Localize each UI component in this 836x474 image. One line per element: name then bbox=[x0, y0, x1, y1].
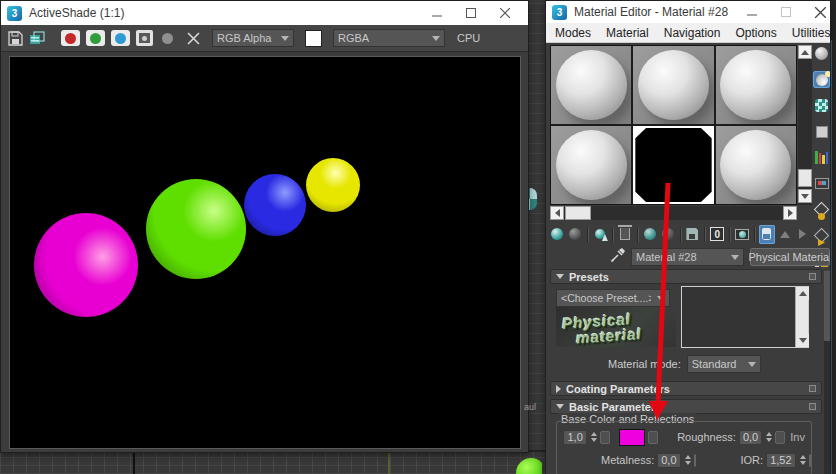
metalness-map-button[interactable] bbox=[694, 454, 696, 467]
roughness-invert-button[interactable]: Inv bbox=[788, 431, 807, 443]
rollout-coating-parameters[interactable]: Coating Parameters bbox=[550, 381, 822, 396]
pick-material-icon[interactable] bbox=[610, 247, 625, 267]
assign-material-to-selection-icon[interactable] bbox=[592, 225, 608, 244]
scroll-up-icon[interactable] bbox=[798, 45, 812, 59]
ior-map-button[interactable] bbox=[809, 454, 811, 467]
make-unique-icon[interactable] bbox=[660, 225, 676, 244]
clone-icon[interactable] bbox=[29, 31, 45, 45]
select-by-material-icon[interactable] bbox=[813, 227, 830, 244]
viewport-label-fragment: aul bbox=[524, 402, 536, 412]
blue-channel-icon[interactable] bbox=[111, 30, 130, 46]
scene-sphere-partial bbox=[508, 452, 542, 474]
green-channel-icon[interactable] bbox=[86, 30, 105, 46]
scroll-left-icon[interactable] bbox=[550, 206, 564, 220]
base-weight-field[interactable]: 1,0 bbox=[563, 430, 587, 445]
rollout-presets[interactable]: Presets bbox=[550, 269, 822, 284]
material-mode-dropdown[interactable]: Standard bbox=[687, 355, 761, 373]
make-preview-icon[interactable] bbox=[813, 175, 830, 192]
sample-slot[interactable] bbox=[716, 46, 796, 124]
go-to-parent-icon[interactable] bbox=[777, 225, 793, 244]
alpha-channel-icon[interactable] bbox=[136, 30, 153, 46]
spinner-arrows[interactable] bbox=[685, 455, 691, 465]
scroll-down-icon[interactable] bbox=[796, 334, 809, 347]
spinner-arrows[interactable] bbox=[800, 455, 806, 465]
pin-icon[interactable] bbox=[809, 403, 816, 410]
close-icon[interactable] bbox=[488, 2, 522, 24]
pin-icon[interactable] bbox=[809, 273, 816, 280]
sample-slot-selected[interactable] bbox=[633, 126, 713, 204]
spinner-arrows[interactable] bbox=[766, 432, 772, 442]
make-material-copy-icon[interactable] bbox=[642, 225, 658, 244]
base-color-swatch[interactable] bbox=[619, 429, 645, 446]
rollout-closed-icon bbox=[556, 385, 561, 393]
activeshade-window: 3 ActiveShade (1:1) bbox=[0, 0, 529, 453]
material-id-channel-icon[interactable]: 0 bbox=[709, 225, 725, 244]
show-shaded-material-icon[interactable] bbox=[734, 225, 750, 244]
background-icon[interactable] bbox=[813, 97, 830, 114]
render-viewport bbox=[9, 56, 521, 449]
display-mode-dropdown[interactable]: RGBA bbox=[333, 29, 445, 47]
activeshade-titlebar[interactable]: 3 ActiveShade (1:1) bbox=[1, 1, 528, 25]
rollout-basic-parameters[interactable]: Basic Parameters bbox=[550, 399, 822, 414]
material-name-dropdown[interactable]: Material #28 bbox=[631, 248, 744, 266]
preset-list-scrollbar[interactable] bbox=[795, 287, 808, 347]
material-editor-menubar: Modes Material Navigation Options Utilit… bbox=[546, 23, 830, 43]
sample-slot[interactable] bbox=[551, 126, 631, 204]
sample-slot[interactable] bbox=[551, 46, 631, 124]
scroll-up-icon[interactable] bbox=[796, 287, 809, 300]
preset-description-box[interactable] bbox=[681, 286, 809, 348]
yellow-sphere bbox=[306, 158, 360, 212]
close-icon[interactable] bbox=[803, 1, 836, 23]
roughness-field[interactable]: 0,0 bbox=[739, 430, 762, 445]
save-icon[interactable] bbox=[8, 31, 23, 46]
base-weight-map-button[interactable] bbox=[600, 431, 610, 444]
spinner-arrows[interactable] bbox=[591, 432, 597, 442]
sample-sphere bbox=[638, 50, 709, 120]
monochrome-icon[interactable] bbox=[162, 33, 173, 44]
sample-slot[interactable] bbox=[633, 46, 713, 124]
physical-material-logo: Physical material bbox=[556, 307, 676, 347]
put-material-to-scene-icon[interactable] bbox=[567, 225, 583, 244]
reset-map-icon[interactable] bbox=[617, 225, 633, 244]
put-to-library-icon[interactable] bbox=[684, 225, 700, 244]
clear-icon[interactable] bbox=[187, 32, 200, 45]
base-color-group: 1,0 Roughness: 0,0 Inv Metalness: 0,0 bbox=[556, 421, 812, 474]
channel-mode-dropdown[interactable]: RGB Alpha bbox=[212, 29, 294, 47]
material-editor-titlebar[interactable]: 3 Material Editor - Material #28 bbox=[546, 1, 830, 23]
choose-preset-dropdown[interactable]: <Choose Preset....> bbox=[556, 289, 670, 307]
red-channel-icon[interactable] bbox=[61, 30, 80, 46]
scroll-down-icon[interactable] bbox=[798, 189, 812, 203]
panel-scroll-thumb[interactable] bbox=[824, 271, 830, 341]
show-end-result-icon[interactable] bbox=[759, 225, 775, 244]
backlight-icon[interactable] bbox=[813, 71, 830, 88]
material-type-button[interactable]: Physical Material bbox=[750, 248, 830, 266]
maximize-icon[interactable] bbox=[769, 1, 803, 23]
get-material-icon[interactable] bbox=[549, 225, 565, 244]
menu-navigation[interactable]: Navigation bbox=[664, 26, 721, 40]
roughness-map-button[interactable] bbox=[775, 431, 785, 444]
pin-icon[interactable] bbox=[809, 385, 816, 392]
vertical-scroll-thumb[interactable] bbox=[798, 169, 812, 187]
go-forward-sibling-icon[interactable] bbox=[795, 225, 811, 244]
video-color-check-icon[interactable] bbox=[813, 149, 830, 166]
options-icon[interactable] bbox=[813, 201, 830, 218]
ior-field[interactable]: 1,52 bbox=[766, 453, 795, 468]
metalness-field[interactable]: 0,0 bbox=[657, 453, 680, 468]
sample-options-toolbar bbox=[813, 45, 830, 270]
sample-uv-tiling-icon[interactable] bbox=[813, 123, 830, 140]
magenta-sphere bbox=[34, 213, 138, 317]
menu-utilities[interactable]: Utilities bbox=[792, 26, 831, 40]
sample-slot[interactable] bbox=[716, 126, 796, 204]
menu-modes[interactable]: Modes bbox=[555, 26, 591, 40]
scroll-right-icon[interactable] bbox=[783, 206, 797, 220]
minimize-icon[interactable] bbox=[735, 1, 769, 23]
horizontal-scroll-thumb[interactable] bbox=[565, 206, 591, 220]
menu-options[interactable]: Options bbox=[735, 26, 776, 40]
background-color-swatch[interactable] bbox=[305, 30, 322, 47]
menu-material[interactable]: Material bbox=[606, 26, 649, 40]
base-color-map-button[interactable] bbox=[648, 431, 658, 444]
minimize-icon[interactable] bbox=[420, 2, 454, 24]
sample-type-icon[interactable] bbox=[813, 45, 830, 62]
panel-scrollbar[interactable] bbox=[824, 271, 830, 474]
maximize-icon[interactable] bbox=[454, 2, 488, 24]
